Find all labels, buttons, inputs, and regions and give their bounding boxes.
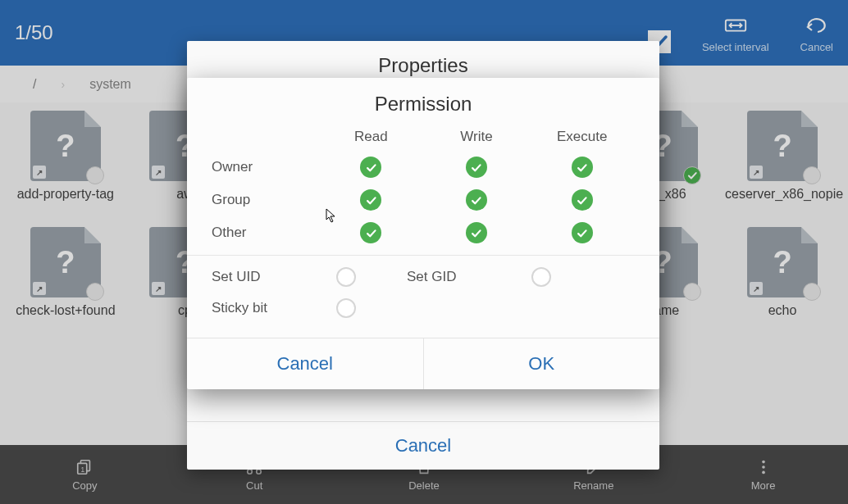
- set-uid-checkbox[interactable]: [336, 267, 356, 287]
- permission-cancel-button[interactable]: Cancel: [187, 338, 423, 389]
- group-execute-checkbox[interactable]: [572, 189, 593, 211]
- header-write: Write: [424, 129, 530, 145]
- owner-execute-checkbox[interactable]: [572, 157, 593, 178]
- group-read-checkbox[interactable]: [360, 189, 381, 211]
- group-write-checkbox[interactable]: [466, 189, 487, 211]
- row-owner-label: Owner: [212, 159, 318, 175]
- permission-ok-button[interactable]: OK: [423, 338, 660, 389]
- other-read-checkbox[interactable]: [360, 222, 381, 243]
- set-gid-checkbox[interactable]: [531, 267, 551, 287]
- header-execute: Execute: [529, 129, 635, 145]
- sticky-bit-label: Sticky bit: [212, 300, 318, 316]
- permission-title: Permission: [187, 78, 659, 129]
- other-write-checkbox[interactable]: [466, 222, 487, 243]
- sticky-bit-checkbox[interactable]: [336, 298, 356, 318]
- row-other-label: Other: [212, 225, 318, 241]
- set-gid-label: Set GID: [407, 269, 513, 285]
- owner-read-checkbox[interactable]: [360, 157, 381, 178]
- owner-write-checkbox[interactable]: [466, 157, 487, 178]
- permission-dialog: Permission Read Write Execute Owner Grou…: [187, 78, 659, 389]
- set-uid-label: Set UID: [212, 269, 318, 285]
- other-execute-checkbox[interactable]: [572, 222, 593, 243]
- header-read: Read: [318, 129, 424, 145]
- row-group-label: Group: [212, 192, 318, 208]
- properties-cancel-button[interactable]: Cancel: [395, 435, 451, 456]
